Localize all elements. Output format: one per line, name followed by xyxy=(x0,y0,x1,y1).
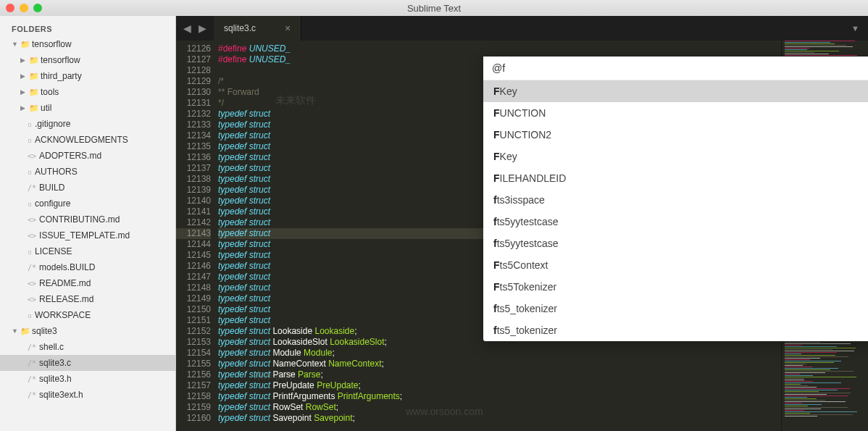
palette-item[interactable]: fts5yytestcase xyxy=(483,211,868,233)
tab-label: sqlite3.c xyxy=(224,23,256,33)
palette-input[interactable] xyxy=(483,57,868,80)
editor: ◀ ▶ sqlite3.c × ▼ 1212612127121281212912… xyxy=(176,16,868,431)
file-ADOPTERS.md[interactable]: <>ADOPTERS.md xyxy=(0,148,175,164)
folder-third_party[interactable]: ▶📁third_party xyxy=(0,68,175,84)
tab-close-icon[interactable]: × xyxy=(285,22,291,34)
nav-forward-icon[interactable]: ▶ xyxy=(199,22,206,34)
traffic-lights xyxy=(6,4,42,12)
file-sqlite3.h[interactable]: /*sqlite3.h xyxy=(0,371,175,387)
palette-item[interactable]: fts5yytestcase xyxy=(483,233,868,254)
palette-item[interactable]: fts5_tokenizer xyxy=(483,319,868,341)
file-BUILD[interactable]: /*BUILD xyxy=(0,180,175,196)
palette-item[interactable]: Fts5Tokenizer xyxy=(483,276,868,298)
goto-symbol-palette: FKeyFUNCTIONFUNCTION2FKeyFILEHANDLEIDfts… xyxy=(483,57,868,341)
palette-item[interactable]: FKey xyxy=(483,80,868,102)
file-sqlite3ext.h[interactable]: /*sqlite3ext.h xyxy=(0,387,175,403)
minimize-window-button[interactable] xyxy=(20,4,28,12)
file-AUTHORS[interactable]: ▫AUTHORS xyxy=(0,164,175,180)
tab-menu-icon[interactable]: ▼ xyxy=(843,24,868,33)
palette-item[interactable]: Fts5Context xyxy=(483,254,868,276)
palette-item[interactable]: fts5_tokenizer xyxy=(483,298,868,319)
file-LICENSE[interactable]: ▫LICENSE xyxy=(0,243,175,259)
file-ACKNOWLEDGMENTS[interactable]: ▫ACKNOWLEDGMENTS xyxy=(0,132,175,148)
line-gutter: 1212612127121281212912130121311213212133… xyxy=(176,41,218,431)
nav-back-icon[interactable]: ◀ xyxy=(183,22,191,34)
folder-util[interactable]: ▶📁util xyxy=(0,100,175,116)
titlebar: Sublime Text xyxy=(0,0,868,16)
palette-item[interactable]: FUNCTION xyxy=(483,102,868,124)
tab-sqlite3-c[interactable]: sqlite3.c × xyxy=(214,16,301,41)
sidebar: FOLDERS ▼📁tensorflow▶📁tensorflow▶📁third_… xyxy=(0,16,176,431)
file-CONTRIBUTING.md[interactable]: <>CONTRIBUTING.md xyxy=(0,212,175,227)
file-models.BUILD[interactable]: /*models.BUILD xyxy=(0,259,175,275)
close-window-button[interactable] xyxy=(6,4,14,12)
file-WORKSPACE[interactable]: ▫WORKSPACE xyxy=(0,307,175,323)
palette-item[interactable]: fts3isspace xyxy=(483,189,868,211)
folder-tensorflow[interactable]: ▶📁tensorflow xyxy=(0,52,175,68)
folders-header: FOLDERS xyxy=(0,22,175,36)
folder-root[interactable]: ▼📁tensorflow xyxy=(0,36,175,52)
palette-item[interactable]: FKey xyxy=(483,146,868,167)
palette-item[interactable]: FUNCTION2 xyxy=(483,124,868,146)
file-README.md[interactable]: <>README.md xyxy=(0,275,175,291)
file-configure[interactable]: ▫configure xyxy=(0,196,175,212)
tab-bar: ◀ ▶ sqlite3.c × ▼ xyxy=(176,16,868,41)
file-sqlite3.c[interactable]: /*sqlite3.c xyxy=(0,355,175,371)
folder-sqlite3[interactable]: ▼📁sqlite3 xyxy=(0,323,175,339)
file-ISSUE_TEMPLATE.md[interactable]: <>ISSUE_TEMPLATE.md xyxy=(0,227,175,243)
file-RELEASE.md[interactable]: <>RELEASE.md xyxy=(0,291,175,307)
file-.gitignore[interactable]: ▫.gitignore xyxy=(0,116,175,132)
file-shell.c[interactable]: /*shell.c xyxy=(0,339,175,355)
folder-tools[interactable]: ▶📁tools xyxy=(0,84,175,100)
zoom-window-button[interactable] xyxy=(33,4,42,12)
palette-item[interactable]: FILEHANDLEID xyxy=(483,167,868,189)
window-title: Sublime Text xyxy=(407,3,461,14)
